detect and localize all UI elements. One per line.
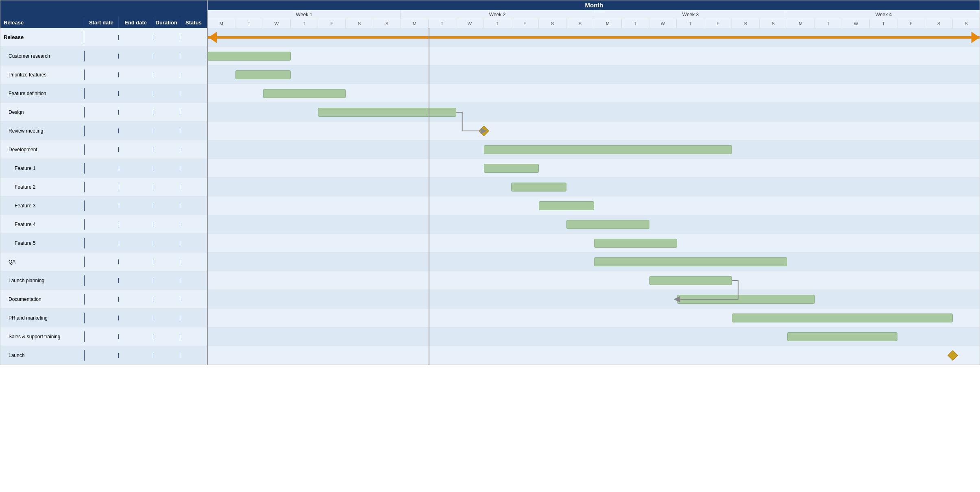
gantt-bar-sales-support — [787, 332, 897, 341]
duration-sales-support — [153, 334, 180, 339]
start-date-qa — [85, 259, 119, 264]
duration-feature-definition — [153, 91, 180, 96]
status-feature-5 — [180, 241, 207, 246]
day-cell: F — [897, 19, 925, 28]
start-date-documentation — [85, 297, 119, 302]
end-date-feature-2 — [119, 185, 153, 189]
release-label-launch: Launch — [0, 350, 85, 361]
end-date-feature-5 — [119, 241, 153, 246]
gantt-bar-customer-research — [208, 52, 291, 61]
gantt-bar-feature-5 — [594, 239, 677, 248]
start-date-feature-2 — [85, 185, 119, 189]
timeline-left-arrow — [209, 32, 217, 43]
day-cell: T — [677, 19, 704, 28]
status-qa — [180, 259, 207, 264]
duration-feature-2 — [153, 185, 180, 189]
end-date-feature-1 — [119, 166, 153, 171]
release-label-feature-5: Feature 5 — [0, 238, 85, 248]
day-cell: W — [649, 19, 677, 28]
end-date-feature-definition — [119, 91, 153, 96]
day-cell: M — [787, 19, 815, 28]
release-label-launch-planning: Launch planning — [0, 275, 85, 286]
table-row: Sales & support training — [0, 327, 207, 346]
release-label-feature-2: Feature 2 — [0, 182, 85, 192]
release-label-sales-support: Sales & support training — [0, 331, 85, 342]
day-cell: S — [566, 19, 594, 28]
release-label-feature-4: Feature 4 — [0, 219, 85, 230]
status-prioritize-features — [180, 72, 207, 77]
release-label-development: Development — [0, 144, 85, 155]
table-row: Customer research — [0, 47, 207, 65]
release-label-qa: QA — [0, 257, 85, 267]
end-date-customer-research — [119, 54, 153, 59]
start-date-feature-5 — [85, 241, 119, 246]
day-cell: S — [539, 19, 566, 28]
end-date-pr-marketing — [119, 316, 153, 320]
status-design — [180, 110, 207, 115]
gantt-bar-launch-planning — [649, 276, 732, 285]
gantt-bar-feature-4 — [566, 220, 649, 229]
start-date-design — [85, 110, 119, 115]
table-row: Feature 3 — [0, 196, 207, 215]
status-release — [180, 35, 207, 40]
day-cell: T — [483, 19, 511, 28]
table-row: Review meeting — [0, 122, 207, 140]
table-row: Release — [0, 28, 207, 47]
gantt-bar-design — [318, 108, 456, 117]
status-sales-support — [180, 334, 207, 339]
table-row: Feature 1 — [0, 159, 207, 178]
day-cell: M — [594, 19, 622, 28]
gantt-row-prioritize-features — [208, 65, 980, 84]
day-cell: S — [373, 19, 401, 28]
duration-prioritize-features — [153, 72, 180, 77]
gantt-row-qa — [208, 253, 980, 271]
gantt-row-launch — [208, 346, 980, 365]
gantt-row-customer-research — [208, 47, 980, 65]
day-cell: T — [622, 19, 649, 28]
duration-feature-1 — [153, 166, 180, 171]
start-date-review-meeting — [85, 128, 119, 133]
status-customer-research — [180, 54, 207, 59]
col-header-start: Start date — [84, 17, 119, 28]
release-label-feature-3: Feature 3 — [0, 200, 85, 211]
table-row: Design — [0, 103, 207, 122]
end-date-review-meeting — [119, 128, 153, 133]
start-date-prioritize-features — [85, 72, 119, 77]
col-header-release: Release — [0, 17, 84, 28]
gantt-row-launch-planning — [208, 271, 980, 290]
release-label-feature-1: Feature 1 — [0, 163, 85, 174]
day-cell: T — [429, 19, 456, 28]
release-label-feature-definition: Feature definition — [0, 88, 85, 99]
duration-feature-5 — [153, 241, 180, 246]
right-panel: Month Week 1Week 2Week 3Week 4 MTWTFSSMT… — [208, 0, 980, 365]
table-row: QA — [0, 253, 207, 271]
status-feature-2 — [180, 185, 207, 189]
duration-development — [153, 147, 180, 152]
table-row: Feature 5 — [0, 234, 207, 253]
day-cell: S — [732, 19, 760, 28]
duration-review-meeting — [153, 128, 180, 133]
gantt-bar-qa — [594, 257, 787, 266]
start-date-launch-planning — [85, 278, 119, 283]
start-date-feature-3 — [85, 203, 119, 208]
duration-feature-3 — [153, 203, 180, 208]
status-documentation — [180, 297, 207, 302]
table-row: Launch — [0, 346, 207, 365]
col-header-end: End date — [119, 17, 153, 28]
status-launch — [180, 353, 207, 358]
duration-launch-planning — [153, 278, 180, 283]
start-date-release — [84, 35, 119, 40]
day-cell: W — [456, 19, 484, 28]
release-label-prioritize-features: Prioritize features — [0, 70, 85, 80]
duration-qa — [153, 259, 180, 264]
table-row: Feature definition — [0, 84, 207, 103]
day-cell: T — [870, 19, 897, 28]
table-row: Launch planning — [0, 271, 207, 290]
table-row: Feature 2 — [0, 178, 207, 196]
end-date-release — [119, 35, 153, 40]
col-header-duration: Duration — [153, 17, 180, 28]
start-date-launch — [85, 353, 119, 358]
timeline-row — [208, 28, 980, 47]
week-label: Week 2 — [401, 10, 594, 19]
left-panel: Release Start date End date Duration Sta… — [0, 0, 208, 365]
